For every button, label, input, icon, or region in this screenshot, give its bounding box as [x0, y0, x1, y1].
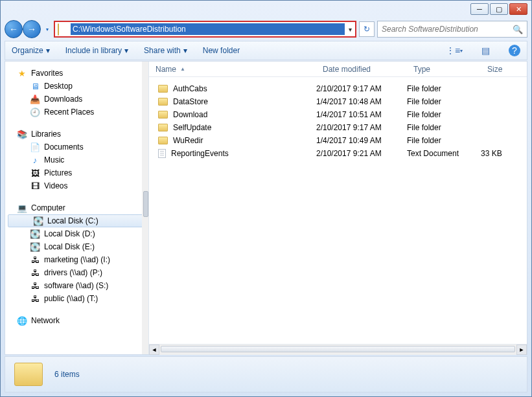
tree-net-public[interactable]: 🖧public (\\ad) (T:) — [5, 292, 148, 305]
drive-icon: 💽 — [30, 229, 40, 239]
file-type: File folder — [407, 136, 481, 145]
computer-icon: 💻 — [17, 203, 27, 213]
tree-net-drivers[interactable]: 🖧drivers (\\ad) (P:) — [5, 266, 148, 279]
scroll-left-button[interactable]: ◄ — [149, 345, 159, 355]
desktop-icon: 🖥 — [30, 81, 40, 91]
include-in-library-button[interactable]: Include in library ▾ — [65, 46, 128, 55]
tree-scrollbar[interactable] — [142, 62, 148, 354]
horizontal-scrollbar[interactable]: ◄ ► — [149, 344, 527, 354]
scroll-right-button[interactable]: ► — [516, 345, 527, 355]
tree-downloads[interactable]: 📥Downloads — [5, 93, 148, 106]
list-item[interactable]: WuRedir1/4/2017 10:49 AMFile folder — [149, 134, 527, 147]
tree-music[interactable]: ♪Music — [5, 153, 148, 166]
list-item[interactable]: SelfUpdate2/10/2017 9:17 AMFile folder — [149, 121, 527, 134]
file-type: Text Document — [407, 149, 481, 158]
share-with-button[interactable]: Share with ▾ — [144, 46, 187, 55]
chevron-down-icon: ▾ — [460, 48, 463, 54]
close-button[interactable]: ✕ — [509, 3, 527, 15]
explorer-window: ─ ▢ ✕ ← → ▾ ▾ ↻ 🔍 Organize ▾ Include in … — [0, 0, 532, 397]
music-icon: ♪ — [30, 155, 40, 165]
col-date[interactable]: Date modified — [316, 65, 407, 74]
star-icon: ★ — [17, 68, 27, 78]
navigation-pane[interactable]: ★Favorites 🖥Desktop 📥Downloads 🕘Recent P… — [5, 62, 149, 354]
folder-icon — [14, 363, 43, 386]
libraries-icon: 📚 — [17, 129, 27, 139]
file-date: 1/4/2017 10:48 AM — [316, 97, 407, 106]
file-date: 1/4/2017 10:51 AM — [316, 110, 407, 119]
file-name: WuRedir — [173, 136, 203, 145]
navigation-bar: ← → ▾ ▾ ↻ 🔍 — [5, 19, 527, 40]
sort-asc-icon: ▲ — [180, 66, 185, 72]
tree-favorites[interactable]: ★Favorites — [5, 67, 148, 80]
new-folder-button[interactable]: New folder — [203, 46, 240, 55]
address-dropdown[interactable]: ▾ — [345, 26, 355, 33]
col-type[interactable]: Type — [407, 65, 481, 74]
folder-icon — [158, 111, 168, 119]
file-date: 2/10/2017 9:21 AM — [316, 149, 407, 158]
file-rows: AuthCabs2/10/2017 9:17 AMFile folderData… — [149, 77, 527, 344]
file-type: File folder — [407, 97, 481, 106]
content-area: ★Favorites 🖥Desktop 📥Downloads 🕘Recent P… — [5, 61, 527, 355]
tree-net-software[interactable]: 🖧software (\\ad) (S:) — [5, 279, 148, 292]
column-headers: Name▲ Date modified Type Size — [149, 62, 527, 77]
scroll-thumb[interactable] — [143, 191, 148, 217]
nav-buttons: ← → — [5, 20, 41, 38]
search-icon[interactable]: 🔍 — [513, 25, 523, 34]
preview-pane-button[interactable]: ▤ — [478, 44, 493, 57]
history-dropdown[interactable]: ▾ — [43, 20, 51, 38]
file-date: 2/10/2017 9:17 AM — [316, 123, 407, 132]
tree-net-marketing[interactable]: 🖧marketing (\\ad) (I:) — [5, 253, 148, 266]
list-item[interactable]: DataStore1/4/2017 10:48 AMFile folder — [149, 95, 527, 108]
tree-desktop[interactable]: 🖥Desktop — [5, 80, 148, 93]
file-type: File folder — [407, 123, 481, 132]
tree-computer[interactable]: 💻Computer — [5, 201, 148, 214]
file-name: Download — [173, 110, 207, 119]
tree-videos[interactable]: 🎞Videos — [5, 179, 148, 192]
organize-button[interactable]: Organize ▾ — [12, 46, 50, 55]
list-item[interactable]: AuthCabs2/10/2017 9:17 AMFile folder — [149, 82, 527, 95]
address-bar[interactable]: ▾ — [54, 21, 356, 38]
tree-local-disk-e[interactable]: 💽Local Disk (E:) — [5, 240, 148, 253]
tree-network[interactable]: 🌐Network — [5, 314, 148, 327]
file-name: AuthCabs — [173, 84, 207, 93]
list-item[interactable]: ReportingEvents2/10/2017 9:21 AMText Doc… — [149, 147, 527, 160]
videos-icon: 🎞 — [30, 181, 40, 191]
tree-recent-places[interactable]: 🕘Recent Places — [5, 106, 148, 119]
file-name: DataStore — [173, 97, 208, 106]
minimize-button[interactable]: ─ — [470, 3, 489, 15]
file-size: 33 KB — [481, 149, 513, 158]
file-type: File folder — [407, 84, 481, 93]
back-button[interactable]: ← — [5, 20, 23, 38]
folder-icon — [158, 124, 168, 131]
network-drive-icon: 🖧 — [30, 293, 40, 304]
network-drive-icon: 🖧 — [30, 267, 40, 278]
chevron-down-icon: ▾ — [124, 46, 128, 55]
tree-documents[interactable]: 📄Documents — [5, 141, 148, 153]
downloads-icon: 📥 — [30, 94, 40, 104]
drive-icon: 💽 — [33, 216, 43, 226]
maximize-button[interactable]: ▢ — [490, 3, 508, 15]
search-box[interactable]: 🔍 — [377, 21, 527, 38]
caption-buttons: ─ ▢ ✕ — [470, 3, 527, 15]
tree-local-disk-c[interactable]: 💽Local Disk (C:) — [8, 214, 146, 227]
network-drive-icon: 🖧 — [30, 280, 40, 291]
tree-local-disk-d[interactable]: 💽Local Disk (D:) — [5, 227, 148, 240]
folder-icon — [158, 85, 168, 93]
tree-libraries[interactable]: 📚Libraries — [5, 128, 148, 141]
refresh-button[interactable]: ↻ — [359, 21, 375, 37]
tree-pictures[interactable]: 🖼Pictures — [5, 166, 148, 179]
file-name: SelfUpdate — [173, 123, 211, 132]
search-input[interactable] — [382, 25, 513, 34]
address-input[interactable] — [71, 23, 345, 35]
file-list: Name▲ Date modified Type Size AuthCabs2/… — [149, 62, 527, 354]
col-size[interactable]: Size — [481, 65, 513, 74]
scroll-thumb[interactable] — [161, 346, 515, 352]
pictures-icon: 🖼 — [30, 168, 40, 178]
drive-icon: 💽 — [30, 242, 40, 252]
forward-button[interactable]: → — [23, 20, 41, 38]
help-button[interactable]: ? — [509, 45, 520, 56]
list-item[interactable]: Download1/4/2017 10:51 AMFile folder — [149, 108, 527, 121]
change-view-button[interactable]: ⋮≡ ▾ — [446, 44, 462, 57]
documents-icon: 📄 — [30, 142, 40, 152]
col-name[interactable]: Name▲ — [149, 65, 316, 74]
